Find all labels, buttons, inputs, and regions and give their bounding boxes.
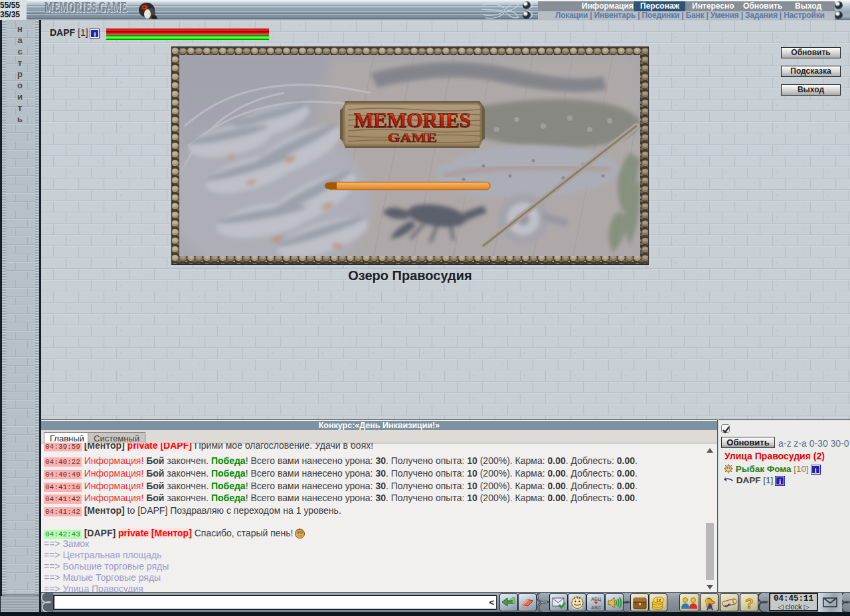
svg-text:1¢: 1¢ [656, 598, 661, 603]
svg-text:АБЦ: АБЦ [590, 597, 601, 602]
svg-text:GAME: GAME [388, 131, 437, 145]
svg-text:MEMORIES: MEMORIES [354, 109, 471, 132]
svg-text:АВС: АВС [591, 605, 601, 610]
svg-text:?: ? [745, 595, 754, 611]
